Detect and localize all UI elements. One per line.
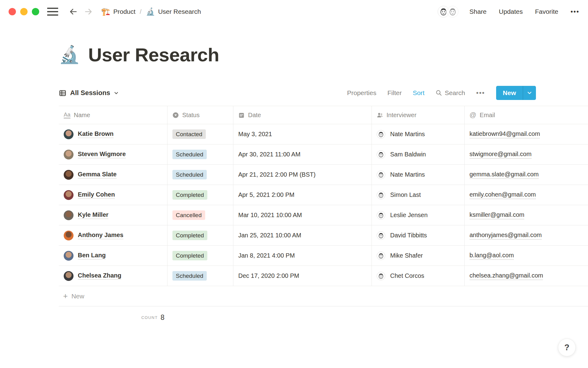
email-link[interactable]: anthonyjames@gmail.com	[469, 232, 542, 240]
status-badge[interactable]: Scheduled	[172, 170, 207, 180]
email-link[interactable]: katiebrown94@gmail.com	[469, 130, 540, 138]
updates-button[interactable]: Updates	[499, 8, 523, 15]
table-row[interactable]: Emily Cohen Completed Apr 5, 2021 2:00 P…	[59, 185, 588, 205]
column-header-name[interactable]: Aa Name	[59, 106, 168, 124]
search-label: Search	[445, 89, 465, 97]
properties-button[interactable]: Properties	[347, 89, 376, 97]
sort-button[interactable]: Sort	[413, 89, 425, 97]
forward-arrow-icon[interactable]	[84, 7, 93, 16]
email-link[interactable]: gemma.slate@gmail.com	[469, 171, 539, 179]
column-header-date[interactable]: Date	[233, 106, 372, 124]
email-link[interactable]: stwigmore@gmail.com	[469, 151, 532, 159]
chevron-down-icon	[114, 91, 119, 95]
table-row[interactable]: Steven Wigmore Scheduled Apr 30, 2021 11…	[59, 144, 588, 165]
date-cell[interactable]: May 3, 2021	[233, 124, 372, 144]
date-cell[interactable]: Jan 25, 2021 10:00 AM	[233, 225, 372, 245]
new-button-group: New	[496, 86, 536, 100]
view-more-options-icon[interactable]: •••	[476, 89, 485, 97]
more-options-icon[interactable]: •••	[571, 8, 579, 16]
search-button[interactable]: Search	[435, 89, 465, 97]
back-arrow-icon[interactable]	[69, 7, 78, 16]
date-cell[interactable]: Mar 10, 2021 10:00 AM	[233, 205, 372, 225]
chevron-down-icon	[527, 90, 532, 95]
session-name-link[interactable]: Katie Brown	[78, 130, 114, 138]
favorite-button[interactable]: Favorite	[535, 8, 558, 15]
email-icon: @	[469, 111, 476, 119]
date-cell[interactable]: Apr 5, 2021 2:00 PM	[233, 185, 372, 205]
zoom-window-button[interactable]	[32, 8, 39, 15]
table-header-row: Aa Name Status Date	[59, 106, 588, 124]
interviewer-cell[interactable]: Chet Corcos	[372, 266, 465, 286]
help-button[interactable]: ?	[558, 339, 576, 356]
interviewer-cell[interactable]: Nate Martins	[372, 124, 465, 144]
person-icon	[377, 112, 383, 118]
breadcrumb-item-user-research[interactable]: 🔬 User Research	[146, 7, 201, 16]
session-name-link[interactable]: Chelsea Zhang	[78, 272, 121, 280]
table-row[interactable]: Chelsea Zhang Scheduled Dec 17, 2020 2:0…	[59, 266, 588, 286]
session-name-link[interactable]: Kyle Miller	[78, 211, 108, 219]
interviewer-avatar	[377, 130, 385, 139]
interviewer-cell[interactable]: Mike Shafer	[372, 246, 465, 266]
email-link[interactable]: b.lang@aol.com	[469, 252, 514, 260]
date-cell[interactable]: Apr 21, 2021 2:00 PM (BST)	[233, 165, 372, 185]
status-badge[interactable]: Contacted	[172, 129, 206, 139]
view-switcher-all-sessions[interactable]: All Sessions	[59, 89, 119, 97]
count-aggregate[interactable]: count 8	[59, 306, 168, 328]
status-badge[interactable]: Cancelled	[172, 210, 205, 220]
status-badge[interactable]: Completed	[172, 190, 207, 200]
interviewer-cell[interactable]: David Tibbitts	[372, 225, 465, 245]
interviewer-avatar	[377, 211, 385, 220]
new-button-dropdown[interactable]	[523, 86, 536, 100]
status-badge[interactable]: Scheduled	[172, 271, 207, 281]
interviewer-cell[interactable]: Sam Baldwin	[372, 144, 465, 164]
page-title: 🔬 User Research	[59, 40, 588, 69]
breadcrumb: 🏗️ Product / 🔬 User Research	[101, 7, 201, 16]
new-button[interactable]: New	[496, 86, 523, 100]
add-row-button[interactable]: + New	[59, 286, 588, 306]
avatar	[64, 231, 74, 240]
interviewer-cell[interactable]: Nate Martins	[372, 165, 465, 185]
minimize-window-button[interactable]	[20, 8, 28, 15]
page-title-text[interactable]: User Research	[88, 44, 219, 66]
filter-button[interactable]: Filter	[387, 89, 402, 97]
table-row[interactable]: Gemma Slate Scheduled Apr 21, 2021 2:00 …	[59, 165, 588, 185]
date-cell[interactable]: Jan 8, 2021 4:00 PM	[233, 246, 372, 266]
crane-emoji-icon: 🏗️	[101, 7, 110, 16]
table-row[interactable]: Anthony James Completed Jan 25, 2021 10:…	[59, 225, 588, 246]
share-button[interactable]: Share	[469, 8, 487, 15]
date-cell[interactable]: Apr 30, 2021 11:00 AM	[233, 144, 372, 164]
sidebar-menu-icon[interactable]	[47, 8, 58, 16]
breadcrumb-separator: /	[140, 8, 141, 15]
email-link[interactable]: emily.cohen@gmail.com	[469, 191, 536, 199]
page-icon-microscope[interactable]: 🔬	[59, 44, 80, 65]
status-badge[interactable]: Scheduled	[172, 150, 207, 159]
email-link[interactable]: chelsea.zhang@gmail.com	[469, 272, 543, 280]
collaborator-avatars[interactable]	[438, 6, 458, 17]
table-row[interactable]: Katie Brown Contacted May 3, 2021 Nate M…	[59, 124, 588, 144]
status-badge[interactable]: Completed	[172, 251, 207, 261]
table-row[interactable]: Kyle Miller Cancelled Mar 10, 2021 10:00…	[59, 205, 588, 225]
session-name-link[interactable]: Anthony James	[78, 232, 123, 239]
interviewer-cell[interactable]: Leslie Jensen	[372, 205, 465, 225]
table-row[interactable]: Ben Lang Completed Jan 8, 2021 4:00 PM M…	[59, 246, 588, 266]
interviewer-avatar	[377, 191, 385, 199]
column-header-email[interactable]: @ Email	[465, 106, 588, 124]
session-name-link[interactable]: Steven Wigmore	[78, 151, 126, 158]
calendar-icon	[238, 112, 245, 118]
avatar	[64, 251, 74, 261]
collaborator-avatar-2[interactable]	[447, 6, 458, 17]
email-link[interactable]: ksmiller@gmail.com	[469, 211, 524, 219]
breadcrumb-item-product[interactable]: 🏗️ Product	[101, 7, 135, 16]
close-window-button[interactable]	[9, 8, 16, 15]
date-cell[interactable]: Dec 17, 2020 2:00 PM	[233, 266, 372, 286]
session-name-link[interactable]: Emily Cohen	[78, 191, 115, 199]
column-header-status[interactable]: Status	[168, 106, 233, 124]
window-titlebar: 🏗️ Product / 🔬 User Research Share Updat…	[0, 0, 588, 23]
status-badge[interactable]: Completed	[172, 231, 207, 240]
session-name-link[interactable]: Gemma Slate	[78, 171, 117, 178]
interviewer-name: Nate Martins	[390, 131, 425, 138]
column-header-interviewer[interactable]: Interviewer	[372, 106, 465, 124]
interviewer-cell[interactable]: Simon Last	[372, 185, 465, 205]
session-name-link[interactable]: Ben Lang	[78, 252, 106, 259]
avatar	[64, 129, 74, 139]
